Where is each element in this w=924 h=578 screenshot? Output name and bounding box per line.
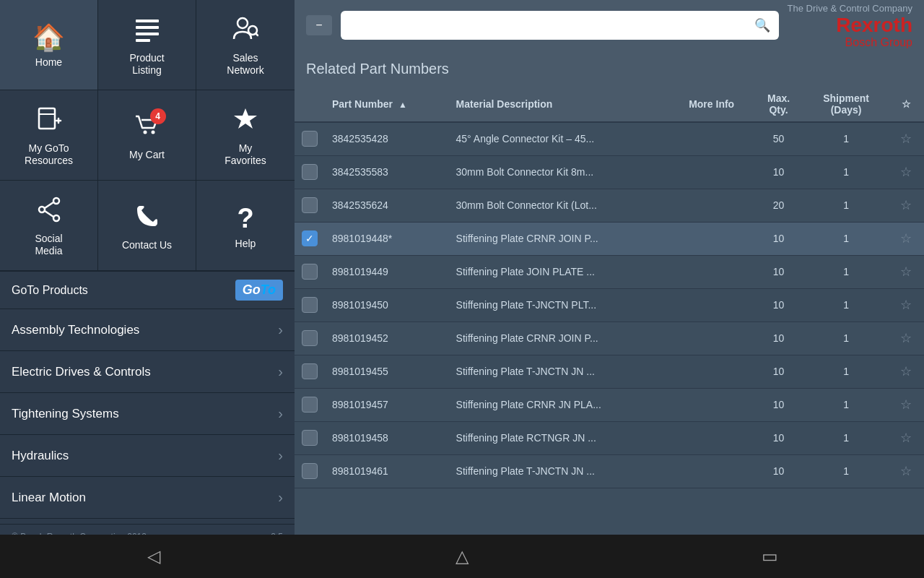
search-button[interactable]: 🔍 [754,17,770,33]
cell-favorite[interactable]: ☆ [888,288,924,322]
table-row: 8981019452 Stiffening Plate CRNR JOIN P.… [295,322,924,355]
tagline-text: The Drive & Control Company [788,3,912,14]
checkbox[interactable] [302,197,318,213]
nav-item-contact-us[interactable]: Contact Us [98,181,196,271]
cell-checkbox[interactable] [295,122,325,155]
cell-checkbox[interactable] [295,421,325,454]
cell-shipment: 1 [804,255,888,288]
cell-checkbox[interactable] [295,255,325,288]
cell-more-info [670,421,753,454]
nav-item-help[interactable]: ? Help [196,181,295,271]
cell-part-number: 3842535624 [325,189,449,222]
cell-max-qty: 20 [753,189,804,222]
nav-item-social-media[interactable]: SocialMedia [0,181,98,271]
col-header-max-qty: Max.Qty. [753,87,804,122]
svg-point-4 [237,18,248,28]
sidebar-item-linear-motion[interactable]: Linear Motion› [0,477,295,519]
cell-max-qty: 50 [753,122,804,155]
checkbox[interactable] [302,363,318,379]
cell-favorite[interactable]: ☆ [888,255,924,288]
sidebar-item-assembly-technologies[interactable]: Assembly Technologies› [0,309,295,351]
home-button[interactable]: △ [433,542,491,571]
checkbox[interactable] [302,297,318,313]
minimize-button[interactable]: − [306,15,332,35]
nav-label-sales-network: SalesNetwork [227,52,263,77]
search-bar: 🔍 [341,11,779,40]
cell-favorite[interactable]: ☆ [888,322,924,355]
favorite-star-icon[interactable]: ☆ [900,331,912,345]
favorite-star-icon[interactable]: ☆ [900,364,912,379]
cell-favorite[interactable]: ☆ [888,355,924,388]
cell-favorite[interactable]: ☆ [888,388,924,421]
cell-favorite[interactable]: ☆ [888,222,924,255]
cell-max-qty: 10 [753,454,804,488]
favorite-star-icon[interactable]: ☆ [900,397,912,412]
checkbox[interactable] [302,164,318,180]
cell-favorite[interactable]: ☆ [888,421,924,454]
cell-checkbox[interactable] [295,189,325,222]
checkbox[interactable] [302,397,318,413]
nav-item-product-listing[interactable]: ProductListing [98,0,196,90]
goto-products-label: GoTo Products [12,284,88,297]
sidebar-item-hydraulics[interactable]: Hydraulics› [0,435,295,477]
nav-item-my-cart[interactable]: 4 My Cart [98,90,196,181]
svg-point-11 [143,130,147,134]
svg-line-18 [45,211,53,217]
nav-label-my-favorites: MyFavorites [225,142,266,167]
cell-checkbox[interactable] [295,155,325,189]
cell-checkbox[interactable] [295,288,325,322]
brand-name: Rexroth [836,15,912,35]
cell-checkbox[interactable] [295,355,325,388]
recents-button[interactable]: ▭ [741,542,799,571]
favorite-star-icon[interactable]: ☆ [900,431,912,445]
categories-container: Assembly Technologies›Electric Drives & … [0,309,295,519]
cell-shipment: 1 [804,421,888,454]
table-row: 3842535428 45° Angle Connector Kit – 45.… [295,122,924,155]
svg-point-16 [39,207,45,212]
checkbox[interactable] [302,131,318,147]
col-header-more-info: More Info [670,87,753,122]
checkbox[interactable] [302,264,318,280]
cell-shipment: 1 [804,189,888,222]
table-row: 3842535624 30mm Bolt Connector Kit (Lot.… [295,189,924,222]
checkbox[interactable] [302,463,318,479]
sidebar-item-tightening-systems[interactable]: Tightening Systems› [0,393,295,435]
cell-checkbox[interactable] [295,388,325,421]
cell-checkbox[interactable] [295,322,325,355]
favorite-star-icon[interactable]: ☆ [900,464,912,478]
svg-rect-0 [136,20,159,22]
back-button[interactable]: ◁ [125,542,183,571]
cell-checkbox[interactable] [295,454,325,488]
checkbox[interactable] [302,230,318,246]
favorite-star-icon[interactable]: ☆ [900,298,912,312]
category-label: Tightening Systems [12,407,119,421]
category-label: Hydraulics [12,449,69,463]
nav-item-sales-network[interactable]: SalesNetwork [196,0,295,90]
nav-item-goto-resources[interactable]: My GoToResources [0,90,98,181]
checkbox[interactable] [302,330,318,346]
cell-favorite[interactable]: ☆ [888,122,924,155]
favorite-star-icon[interactable]: ☆ [900,231,912,246]
cell-favorite[interactable]: ☆ [888,155,924,189]
recents-icon: ▭ [762,546,778,566]
cell-description: 30mm Bolt Connector Kit (Lot... [449,189,671,222]
search-input[interactable] [349,20,749,32]
table-container[interactable]: Part Number ▲ Material Description More … [295,87,924,549]
cell-checkbox[interactable] [295,222,325,255]
cell-favorite[interactable]: ☆ [888,189,924,222]
nav-item-my-favorites[interactable]: MyFavorites [196,90,295,181]
checkbox[interactable] [302,430,318,446]
sidebar-item-electric-drives[interactable]: Electric Drives & Controls› [0,351,295,393]
cell-favorite[interactable]: ☆ [888,454,924,488]
question-icon: ? [237,204,253,232]
svg-point-15 [53,215,59,221]
goto-logo: GoTo [235,280,283,301]
cell-description: 30mm Bolt Connector Kit 8m... [449,155,671,189]
favorite-star-icon[interactable]: ☆ [900,131,912,146]
nav-item-home[interactable]: 🏠 Home [0,0,98,90]
favorite-star-icon[interactable]: ☆ [900,198,912,212]
favorite-star-icon[interactable]: ☆ [900,165,912,179]
col-header-part-number[interactable]: Part Number ▲ [325,87,449,122]
cell-part-number: 8981019455 [325,355,449,388]
favorite-star-icon[interactable]: ☆ [900,264,912,279]
